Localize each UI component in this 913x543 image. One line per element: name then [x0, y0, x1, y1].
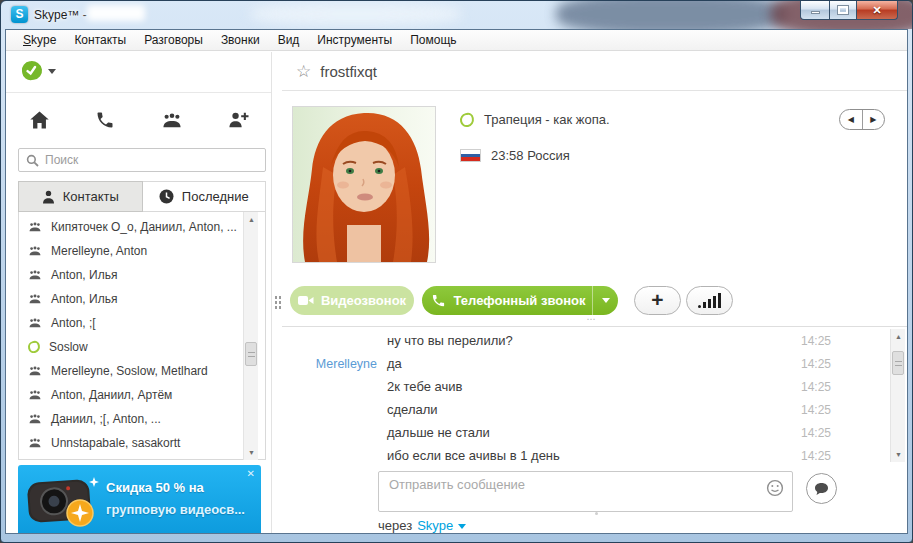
menu-item[interactable]: Вид	[269, 33, 309, 47]
phone-call-button[interactable]: Телефонный звонок	[422, 286, 618, 315]
status-dropdown-caret[interactable]	[48, 69, 56, 74]
tab-contacts-label: Контакты	[63, 189, 119, 204]
tab-recent[interactable]: Последние	[143, 181, 267, 212]
message-text: дальше не стали	[387, 425, 781, 440]
skype-contact-status-icon	[27, 340, 41, 354]
group-chat-icon	[28, 437, 42, 449]
contact-name: Anton, ;[	[51, 316, 96, 330]
maximize-icon	[838, 6, 848, 14]
chat-resize-grip[interactable]: ⋯	[587, 314, 598, 324]
call-phones-icon[interactable]	[92, 108, 118, 132]
clock-icon	[159, 189, 174, 204]
menu-item[interactable]: Разговоры	[135, 33, 212, 47]
contact-list-item[interactable]: Anton, Даниил, Артём	[19, 383, 265, 407]
tab-recent-label: Последние	[182, 189, 249, 204]
message-text: сделали	[387, 402, 781, 417]
menu-item[interactable]: Помощь	[401, 33, 465, 47]
person-icon	[42, 190, 55, 204]
contact-list-scrollbar[interactable]: ▲ ▼	[243, 212, 258, 460]
group-chat-icon	[28, 269, 42, 281]
contact-list-item[interactable]: Soslow	[19, 335, 265, 359]
contact-name: Soslow	[49, 340, 88, 354]
video-call-button[interactable]: Видеозвонок	[290, 286, 414, 315]
phone-call-label: Телефонный звонок	[454, 293, 586, 308]
message-composer	[378, 471, 793, 512]
phone-call-dropdown[interactable]	[592, 286, 618, 315]
add-contact-icon[interactable]	[225, 108, 251, 132]
chat-divider	[282, 326, 907, 327]
splitter-grip-icon	[274, 295, 281, 310]
search-input[interactable]	[45, 153, 258, 167]
online-status-icon[interactable]	[21, 60, 43, 82]
close-button[interactable]: ✕	[856, 1, 898, 20]
menu-item[interactable]: Звонки	[212, 33, 269, 47]
menu-item[interactable]: Инструменты	[308, 33, 401, 47]
contact-list-item[interactable]: Даниил, ;[, Anton, ...	[19, 407, 265, 431]
contact-list: Кипяточек О_о, Даниил, Anton, ... Merell…	[18, 212, 266, 460]
scroll-thumb[interactable]	[892, 351, 904, 375]
scroll-up-arrow[interactable]: ▲	[891, 329, 906, 344]
group-chat-icon	[28, 293, 42, 305]
contact-name: Merelleyne, Anton	[51, 244, 147, 258]
minimize-button[interactable]	[800, 1, 830, 20]
message-timestamp: 14:25	[781, 334, 831, 348]
prev-arrow-icon[interactable]: ◀	[840, 110, 863, 129]
scroll-up-arrow[interactable]: ▲	[244, 212, 259, 227]
scroll-down-arrow[interactable]: ▼	[244, 445, 259, 460]
chat-message-row: 2к тебе ачив 14:25	[282, 375, 889, 398]
russia-flag-icon	[460, 149, 481, 162]
caret-down-icon[interactable]	[458, 524, 466, 529]
next-arrow-icon[interactable]: ▶	[863, 110, 885, 129]
maximize-button[interactable]	[829, 1, 857, 20]
tab-contacts[interactable]: Контакты	[18, 181, 143, 212]
composer-resize-dot[interactable]	[595, 512, 598, 515]
scroll-down-arrow[interactable]: ▼	[891, 447, 906, 462]
call-quality-button[interactable]	[686, 286, 733, 315]
caret-down-icon	[602, 298, 610, 303]
promo-banner[interactable]: Скидка 50 % на групповую видеосв... ✕	[18, 465, 261, 534]
via-channel-link[interactable]: Skype	[417, 518, 453, 533]
skype-window: S Skype™ - ✕ SkypeКонтактыРазговорыЗвонк…	[0, 0, 913, 543]
group-chat-icon	[28, 389, 42, 401]
aero-glass-reflection	[251, 3, 461, 25]
menu-item[interactable]: Контакты	[65, 33, 135, 47]
message-timestamp: 14:25	[781, 426, 831, 440]
censored-username	[87, 5, 145, 21]
group-conversation-icon[interactable]	[159, 108, 185, 132]
contact-list-item[interactable]: Anton, Илья	[19, 263, 265, 287]
chat-message-row: Merelleyne да 14:25	[282, 352, 889, 375]
add-to-call-button[interactable]: +	[634, 286, 681, 315]
send-via-row: через Skype	[378, 518, 466, 533]
menu-item[interactable]: Skype	[14, 33, 65, 47]
contact-list-item[interactable]: Кипяточек О_о, Даниил, Anton, ...	[19, 215, 265, 239]
message-sender: Merelleyne	[282, 357, 377, 371]
scroll-thumb[interactable]	[245, 342, 257, 366]
aero-glass-reflection	[556, 1, 786, 29]
contact-list-item[interactable]: Merelleyne, Soslow, Metlhard	[19, 359, 265, 383]
contact-list-item[interactable]: Unnstapabale, sasakortt	[19, 431, 265, 455]
contact-list-item[interactable]: Anton, Илья	[19, 287, 265, 311]
home-icon[interactable]	[26, 108, 52, 132]
video-camera-icon	[298, 295, 314, 306]
conversation-header: ☆ frostfixqt	[282, 52, 907, 91]
chat-message-row: ибо если все ачивы в 1 день 14:25	[282, 444, 889, 467]
phone-icon	[431, 293, 446, 308]
chat-scrollbar[interactable]: ▲ ▼	[890, 329, 905, 462]
signal-bars-icon	[698, 293, 721, 308]
menu-bar: SkypeКонтактыРазговорыЗвонкиВидИнструмен…	[6, 30, 907, 51]
favorite-star-icon[interactable]: ☆	[296, 61, 311, 82]
title-bar: S Skype™ - ✕	[1, 1, 912, 29]
search-icon	[26, 154, 39, 167]
contact-list-item[interactable]: Merelleyne, Anton	[19, 239, 265, 263]
webcam-image	[24, 471, 104, 529]
panel-splitter[interactable]	[272, 52, 282, 533]
contact-name: Unnstapabale, sasakortt	[51, 436, 180, 450]
contact-list-item[interactable]: Anton, ;[	[19, 311, 265, 335]
send-message-button[interactable]	[806, 473, 837, 504]
sidebar: Контакты Последние	[6, 52, 272, 533]
ad-close-icon[interactable]: ✕	[247, 468, 255, 479]
group-chat-icon	[28, 413, 42, 425]
emoticon-picker-icon[interactable]	[766, 479, 784, 501]
chat-message-row: сделали 14:25	[282, 398, 889, 421]
message-input[interactable]	[389, 472, 756, 496]
